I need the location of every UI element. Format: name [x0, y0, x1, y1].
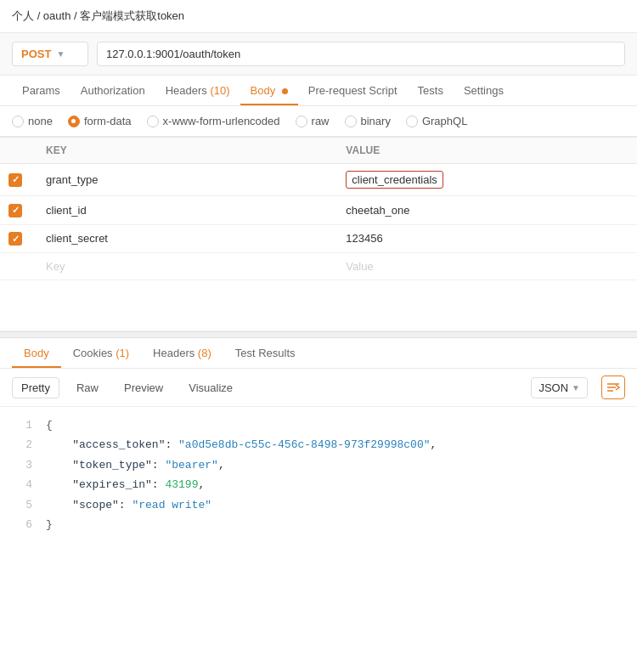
json-line-2: 2 "access_token": "a0d5e8db-c55c-456c-84…: [0, 435, 637, 455]
radio-graphql: [406, 116, 418, 127]
request-bar: POST ▼: [0, 33, 637, 76]
col-key: KEY: [34, 138, 334, 164]
json-line-4: 4 "expires_in": 43199,: [0, 475, 637, 494]
method-dropdown[interactable]: POST ▼: [12, 42, 88, 66]
breadcrumb-oauth[interactable]: oauth: [43, 9, 71, 22]
key-placeholder[interactable]: Key: [34, 253, 334, 280]
request-tabs: Params Authorization Headers (10) Body P…: [0, 76, 637, 106]
checkbox-2[interactable]: [8, 204, 22, 217]
radio-binary: [345, 116, 357, 127]
json-line-6: 6 }: [0, 515, 637, 534]
option-formdata[interactable]: form-data: [68, 115, 132, 127]
json-expires-in: "expires_in": 43199,: [46, 475, 205, 494]
col-check: [0, 138, 34, 164]
radio-formdata: [68, 116, 80, 127]
json-scope: "scope": "read write": [46, 495, 211, 515]
table-row: client_secret 123456: [0, 224, 637, 253]
option-none[interactable]: none: [12, 115, 53, 127]
wrap-icon[interactable]: [601, 376, 625, 399]
method-label: POST: [21, 48, 51, 60]
value-cell-3[interactable]: 123456: [334, 224, 637, 253]
json-type-label: JSON: [538, 381, 568, 394]
json-output: 1 { 2 "access_token": "a0d5e8db-c55c-456…: [0, 407, 637, 543]
key-cell-1[interactable]: grant_type: [34, 164, 334, 196]
tab-tests[interactable]: Tests: [408, 76, 454, 105]
body-options-row: none form-data x-www-form-urlencoded raw…: [0, 106, 637, 137]
json-open-brace: {: [46, 415, 53, 435]
breadcrumb-sep1: /: [37, 9, 43, 22]
format-bar: Pretty Raw Preview Visualize JSON ▼: [0, 369, 637, 407]
body-active-dot: [282, 88, 288, 94]
table-row: grant_type client_credentials: [0, 164, 637, 196]
tab-params[interactable]: Params: [12, 76, 70, 105]
resp-tab-body[interactable]: Body: [12, 338, 61, 368]
breadcrumb-current: 客户端模式获取token: [80, 9, 184, 22]
format-raw[interactable]: Raw: [68, 378, 107, 398]
checkbox-3[interactable]: [8, 232, 22, 246]
format-visualize[interactable]: Visualize: [180, 378, 241, 398]
json-access-token: "access_token": "a0d5e8db-c55c-456c-8498…: [46, 435, 437, 455]
radio-none: [12, 116, 24, 127]
table-row-empty: Key Value: [0, 253, 637, 280]
chevron-down-icon: ▼: [56, 49, 65, 59]
json-token-type: "token_type": "bearer",: [46, 455, 225, 475]
line-number-6: 6: [7, 515, 32, 534]
tab-prerequest[interactable]: Pre-request Script: [298, 76, 408, 105]
option-binary[interactable]: binary: [345, 115, 391, 127]
cookies-badge: (1): [116, 347, 129, 359]
json-line-3: 3 "token_type": "bearer",: [0, 455, 637, 475]
params-table: KEY VALUE grant_type client_credentials …: [0, 137, 637, 280]
value-highlighted-1: client_credentials: [346, 171, 443, 189]
line-number-4: 4: [7, 475, 32, 494]
json-type-select[interactable]: JSON ▼: [531, 377, 588, 398]
breadcrumb-personal[interactable]: 个人: [12, 9, 34, 22]
json-chevron-icon: ▼: [572, 383, 580, 392]
url-input[interactable]: [97, 42, 625, 66]
json-line-1: 1 {: [0, 415, 637, 435]
option-raw[interactable]: raw: [296, 115, 330, 127]
tab-body[interactable]: Body: [240, 76, 298, 105]
radio-raw: [296, 116, 307, 127]
section-divider: [0, 331, 637, 338]
tab-authorization[interactable]: Authorization: [70, 76, 155, 105]
value-cell-2[interactable]: cheetah_one: [334, 196, 637, 225]
format-preview[interactable]: Preview: [116, 378, 172, 398]
json-line-5: 5 "scope": "read write": [0, 495, 637, 515]
line-number-5: 5: [7, 495, 32, 515]
radio-urlencoded: [147, 116, 159, 127]
option-graphql[interactable]: GraphQL: [406, 115, 467, 127]
value-placeholder[interactable]: Value: [334, 253, 637, 280]
col-value: VALUE: [334, 138, 637, 164]
format-pretty[interactable]: Pretty: [12, 377, 59, 398]
key-cell-2[interactable]: client_id: [34, 196, 334, 225]
resp-tab-testresults[interactable]: Test Results: [223, 338, 307, 368]
key-cell-3[interactable]: client_secret: [34, 224, 334, 253]
resp-headers-badge: (8): [198, 347, 211, 359]
tab-headers[interactable]: Headers (10): [155, 76, 240, 105]
line-number-3: 3: [7, 455, 32, 475]
tab-settings[interactable]: Settings: [454, 76, 514, 105]
value-cell-1[interactable]: client_credentials: [334, 164, 637, 196]
table-row: client_id cheetah_one: [0, 196, 637, 225]
line-number-2: 2: [7, 435, 32, 455]
checkbox-1[interactable]: [8, 173, 22, 187]
spacer: [0, 280, 637, 331]
breadcrumb: 个人 / oauth / 客户端模式获取token: [0, 0, 637, 33]
headers-badge: (10): [210, 84, 229, 97]
line-number-1: 1: [7, 415, 32, 435]
option-urlencoded[interactable]: x-www-form-urlencoded: [147, 115, 280, 127]
resp-tab-cookies[interactable]: Cookies (1): [61, 338, 141, 368]
resp-tab-headers[interactable]: Headers (8): [141, 338, 223, 368]
json-close-brace: }: [46, 515, 53, 534]
response-tabs: Body Cookies (1) Headers (8) Test Result…: [0, 338, 637, 369]
